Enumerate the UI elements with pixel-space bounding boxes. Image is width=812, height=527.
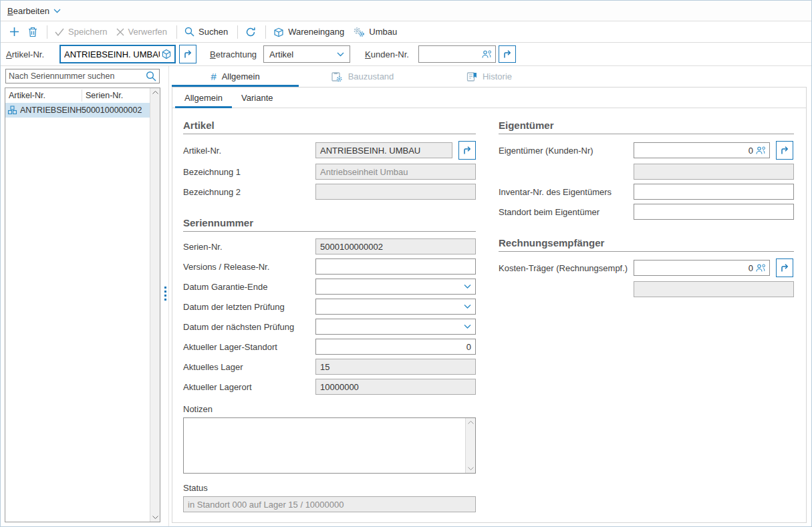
field-row-lagerort: Aktueller Lagerort 10000000 bbox=[183, 379, 476, 395]
inventar-input[interactable] bbox=[634, 184, 794, 200]
main-tabs: # Allgemein Bauzustand Historie bbox=[172, 66, 811, 87]
chevron-down-icon bbox=[53, 9, 61, 13]
notizen-textarea[interactable] bbox=[184, 418, 465, 473]
section-artikel-title: Artikel bbox=[183, 120, 476, 131]
field-row-eigentuemer-name bbox=[499, 164, 794, 180]
refresh-button[interactable] bbox=[242, 24, 259, 40]
toolbar-separator bbox=[237, 25, 238, 39]
new-button[interactable] bbox=[6, 24, 23, 39]
save-button[interactable]: Speichern bbox=[51, 24, 111, 39]
chevron-down-icon[interactable] bbox=[464, 325, 471, 329]
section-rule bbox=[183, 231, 476, 232]
serial-item-icon bbox=[7, 106, 17, 115]
field-row-rechnungsempfaenger-name bbox=[499, 281, 794, 297]
list-item-serial: 5000100000002 bbox=[82, 106, 150, 115]
chevron-down-icon[interactable] bbox=[464, 285, 471, 289]
kunden-nr-label: Kunden-Nr. bbox=[365, 49, 413, 59]
field-row-standort-eigentuemer: Standort beim Eigentümer bbox=[499, 204, 794, 220]
tab-allgemein[interactable]: # Allgemein bbox=[172, 66, 299, 87]
goto-arrow-icon bbox=[182, 49, 193, 59]
naechste-pruefung-input[interactable] bbox=[315, 319, 476, 335]
list-item[interactable]: ANTRIEBSEINH... 5000100000002 bbox=[5, 103, 150, 118]
splitter-handle[interactable] bbox=[164, 287, 166, 301]
column-header-serien[interactable]: Serien-Nr. bbox=[82, 90, 150, 102]
save-button-label: Speichern bbox=[68, 27, 108, 37]
tab-historie-label: Historie bbox=[483, 71, 512, 81]
scroll-down-icon[interactable] bbox=[150, 516, 160, 519]
betrachtung-select[interactable]: Artikel bbox=[263, 45, 350, 63]
serial-list-header: Artikel-Nr. Serien-Nr. bbox=[5, 88, 150, 103]
app-window: Bearbeiten Speichern Verwerfen Suchen bbox=[0, 0, 812, 527]
field-row-serien-nr: Serien-Nr. 5000100000002 bbox=[183, 238, 476, 254]
toolbar-separator bbox=[176, 25, 177, 39]
serial-search-field bbox=[5, 69, 160, 83]
kosten-traeger-goto-button[interactable] bbox=[776, 258, 793, 277]
chevron-down-icon[interactable] bbox=[464, 305, 471, 309]
garantie-date-input[interactable] bbox=[315, 279, 476, 295]
kosten-traeger-input[interactable] bbox=[634, 260, 770, 276]
scroll-down-icon[interactable] bbox=[466, 467, 475, 470]
lager-standort-input[interactable] bbox=[315, 339, 476, 355]
field-row-inventar: Inventar-Nr. des Eigentümers bbox=[499, 184, 794, 200]
tab-historie[interactable]: Historie bbox=[426, 66, 553, 87]
field-row-version: Versions / Release-Nr. bbox=[183, 258, 476, 275]
field-row-kosten-traeger: Kosten-Träger (Rechnungsempf.) bbox=[499, 258, 794, 277]
scroll-up-icon[interactable] bbox=[466, 421, 475, 424]
discard-button[interactable]: Verwerfen bbox=[113, 24, 171, 39]
search-button[interactable]: Suchen bbox=[181, 24, 231, 39]
lager-label: Aktuelles Lager bbox=[183, 362, 315, 372]
bezeichnung2-label: Bezeichnung 2 bbox=[183, 187, 315, 197]
historie-icon bbox=[466, 71, 477, 82]
field-row-lager-standort: Aktueller Lager-Standort bbox=[183, 339, 476, 355]
field-row-eigentuemer-kunde: Eigentümer (Kunden-Nr) bbox=[499, 141, 794, 160]
form: Artikel Artikel-Nr. ANTRIEBSEINH. UMBAU bbox=[172, 108, 806, 512]
bezeichnung1-label: Bezeichnung 1 bbox=[183, 167, 315, 177]
naechste-pruefung-label: Datum der nächsten Prüfung bbox=[183, 322, 315, 332]
notizen-scrollbar[interactable] bbox=[465, 418, 475, 473]
field-row-bezeichnung2: Bezeichnung 2 bbox=[183, 184, 476, 200]
content-panel: Allgemein Variante Artikel Artikel-Nr. A… bbox=[172, 87, 807, 523]
goto-arrow-icon bbox=[462, 145, 472, 156]
section-rule bbox=[499, 134, 794, 134]
article-nr-field bbox=[59, 45, 176, 63]
conversion-label: Umbau bbox=[369, 27, 397, 37]
list-scrollbar[interactable] bbox=[150, 88, 160, 522]
menubar: Bearbeiten bbox=[1, 1, 811, 21]
version-input[interactable] bbox=[315, 258, 476, 275]
article-goto-button[interactable] bbox=[179, 45, 196, 63]
gears-icon bbox=[353, 27, 365, 37]
serien-nr-readonly: 5000100000002 bbox=[315, 238, 476, 254]
toolbar-separator bbox=[47, 25, 47, 39]
kosten-traeger-label: Kosten-Träger (Rechnungsempf.) bbox=[499, 263, 634, 273]
column-header-artikel[interactable]: Artikel-Nr. bbox=[5, 91, 82, 100]
search-icon bbox=[184, 27, 194, 37]
eigentuemer-kunden-input[interactable] bbox=[634, 142, 770, 158]
delete-button[interactable] bbox=[25, 24, 41, 40]
search-icon bbox=[146, 71, 156, 81]
section-rule bbox=[183, 134, 476, 134]
article-nr-input[interactable] bbox=[61, 46, 174, 62]
artikel-nr-readonly: ANTRIEBSEINH. UMBAU bbox=[315, 142, 452, 158]
menu-bearbeiten-label: Bearbeiten bbox=[7, 6, 49, 16]
standort-eigentuemer-label: Standort beim Eigentümer bbox=[499, 207, 634, 217]
people-icon bbox=[755, 264, 767, 273]
bauzustand-icon bbox=[331, 71, 343, 82]
standort-eigentuemer-input[interactable] bbox=[634, 204, 794, 220]
section-rechnungsempfaenger-title: Rechnungsempfänger bbox=[499, 237, 794, 248]
betrachtung-label: Betrachtung bbox=[210, 49, 257, 59]
sub-tabs: Allgemein Variante bbox=[172, 87, 806, 108]
kunden-goto-button[interactable] bbox=[499, 45, 516, 63]
tab-bauzustand[interactable]: Bauzustand bbox=[299, 66, 426, 87]
menu-bearbeiten[interactable]: Bearbeiten bbox=[7, 6, 61, 16]
goods-receipt-button[interactable]: Wareneingang bbox=[270, 24, 348, 40]
letzte-pruefung-input[interactable] bbox=[315, 299, 476, 315]
scroll-up-icon[interactable] bbox=[150, 91, 160, 94]
conversion-button[interactable]: Umbau bbox=[350, 24, 400, 40]
artikel-goto-button[interactable] bbox=[458, 141, 476, 160]
eigentuemer-goto-button[interactable] bbox=[776, 141, 793, 160]
subtab-variante[interactable]: Variante bbox=[232, 87, 282, 108]
status-readonly: in Standort 000 auf Lager 15 / 10000000 bbox=[183, 496, 476, 512]
serial-search-input[interactable] bbox=[6, 71, 146, 81]
article-nr-label: Artikel-Nr. bbox=[6, 49, 59, 59]
subtab-allgemein[interactable]: Allgemein bbox=[175, 87, 232, 108]
